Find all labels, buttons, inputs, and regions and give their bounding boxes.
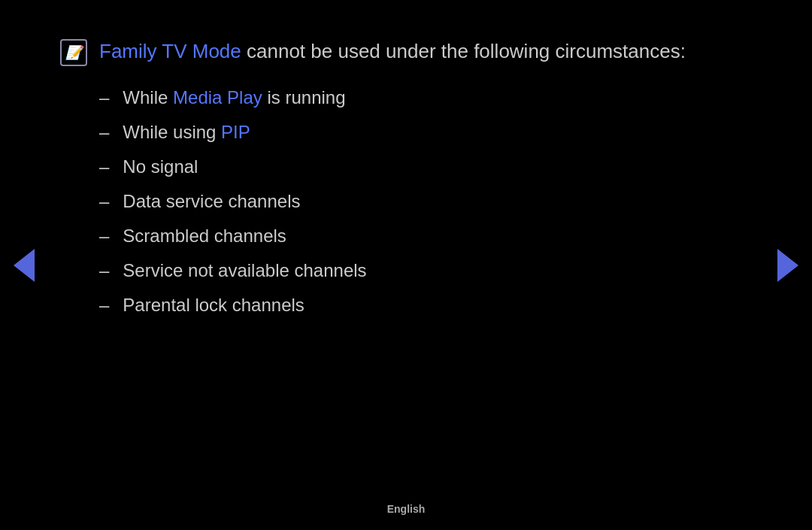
item-text-2: While using PIP bbox=[123, 122, 250, 143]
dash-icon: – bbox=[99, 226, 109, 247]
list-item: – Scrambled channels bbox=[99, 226, 752, 247]
item-text-5: Scrambled channels bbox=[123, 226, 286, 247]
list-item: – While Media Play is running bbox=[99, 87, 752, 108]
dash-icon: – bbox=[99, 191, 109, 212]
list-item: – While using PIP bbox=[99, 122, 752, 143]
item-text-3: No signal bbox=[123, 156, 198, 177]
item-text-7: Parental lock channels bbox=[123, 295, 304, 316]
dash-icon: – bbox=[99, 156, 109, 177]
dash-icon: – bbox=[99, 260, 109, 281]
nav-right-button[interactable] bbox=[777, 249, 798, 282]
header-text: Family TV Mode cannot be used under the … bbox=[99, 38, 686, 65]
dash-icon: – bbox=[99, 87, 109, 108]
media-play-highlight: Media Play bbox=[173, 87, 262, 108]
item-text-4: Data service channels bbox=[123, 191, 300, 212]
list-item: – Parental lock channels bbox=[99, 295, 752, 316]
language-label: English bbox=[387, 503, 426, 515]
family-tv-mode-label: Family TV Mode bbox=[99, 40, 241, 62]
footer: English bbox=[0, 503, 812, 515]
list-item: – Service not available channels bbox=[99, 260, 752, 281]
list-item: – No signal bbox=[99, 156, 752, 177]
nav-left-button[interactable] bbox=[14, 249, 35, 282]
header-suffix: cannot be used under the following circu… bbox=[241, 40, 686, 62]
item-text-1: While Media Play is running bbox=[123, 87, 345, 108]
dash-icon: – bbox=[99, 295, 109, 316]
note-icon: 📝 bbox=[60, 39, 87, 66]
dash-icon: – bbox=[99, 122, 109, 143]
pip-highlight: PIP bbox=[221, 122, 250, 142]
item-text-6: Service not available channels bbox=[123, 260, 366, 281]
main-content: 📝 Family TV Mode cannot be used under th… bbox=[60, 23, 752, 344]
list-items: – While Media Play is running – While us… bbox=[99, 87, 752, 316]
list-item: – Data service channels bbox=[99, 191, 752, 212]
header-row: 📝 Family TV Mode cannot be used under th… bbox=[60, 38, 752, 66]
